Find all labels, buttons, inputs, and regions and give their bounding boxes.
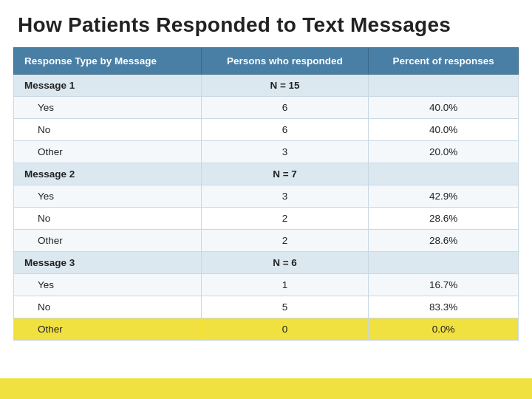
table-row: No228.6% (14, 208, 519, 230)
cell-type: Message 3 (14, 252, 202, 274)
table-row: Message 2N = 7 (14, 163, 519, 185)
cell-percent (369, 163, 519, 185)
cell-type: Other (14, 230, 202, 252)
cell-percent: 20.0% (369, 141, 519, 163)
title-bar: How Patients Responded to Text Messages (0, 0, 532, 47)
table-row: Yes640.0% (14, 97, 519, 119)
table-container: Response Type by Message Persons who res… (0, 47, 532, 378)
cell-percent: 40.0% (369, 119, 519, 141)
cell-type: Other (14, 141, 202, 163)
cell-type: No (14, 119, 202, 141)
cell-persons: 2 (201, 208, 369, 230)
table-row: Other228.6% (14, 230, 519, 252)
bottom-bar (0, 378, 532, 399)
cell-persons: 3 (201, 141, 369, 163)
cell-persons: N = 15 (201, 75, 369, 97)
cell-percent: 83.3% (369, 296, 519, 318)
cell-persons: 2 (201, 230, 369, 252)
page-title: How Patients Responded to Text Messages (18, 13, 514, 37)
cell-type: Message 1 (14, 75, 202, 97)
cell-persons: 6 (201, 119, 369, 141)
cell-percent: 28.6% (369, 208, 519, 230)
page-wrapper: How Patients Responded to Text Messages … (0, 0, 532, 399)
table-row: Other320.0% (14, 141, 519, 163)
data-table: Response Type by Message Persons who res… (13, 47, 519, 341)
cell-persons: N = 6 (201, 252, 369, 274)
cell-percent: 16.7% (369, 274, 519, 296)
col-header-type: Response Type by Message (14, 48, 202, 75)
table-row: No640.0% (14, 119, 519, 141)
col-header-persons: Persons who responded (201, 48, 369, 75)
cell-type: Yes (14, 274, 202, 296)
cell-percent (369, 252, 519, 274)
table-header-row: Response Type by Message Persons who res… (14, 48, 519, 75)
cell-type: No (14, 208, 202, 230)
cell-percent: 28.6% (369, 230, 519, 252)
cell-persons: 6 (201, 97, 369, 119)
table-row: Yes116.7% (14, 274, 519, 296)
cell-persons: 1 (201, 274, 369, 296)
table-row: No583.3% (14, 296, 519, 318)
cell-type: Yes (14, 97, 202, 119)
cell-percent: 0.0% (369, 318, 519, 341)
cell-type: Message 2 (14, 163, 202, 185)
cell-percent: 42.9% (369, 185, 519, 208)
cell-type: Other (14, 318, 202, 341)
cell-type: No (14, 296, 202, 318)
table-row: Other00.0% (14, 318, 519, 341)
cell-type: Yes (14, 185, 202, 208)
cell-persons: 0 (201, 318, 369, 341)
cell-persons: 3 (201, 185, 369, 208)
table-row: Yes342.9% (14, 185, 519, 208)
col-header-percent: Percent of responses (369, 48, 519, 75)
cell-persons: 5 (201, 296, 369, 318)
table-row: Message 1N = 15 (14, 75, 519, 97)
cell-percent (369, 75, 519, 97)
cell-percent: 40.0% (369, 97, 519, 119)
cell-persons: N = 7 (201, 163, 369, 185)
table-row: Message 3N = 6 (14, 252, 519, 274)
